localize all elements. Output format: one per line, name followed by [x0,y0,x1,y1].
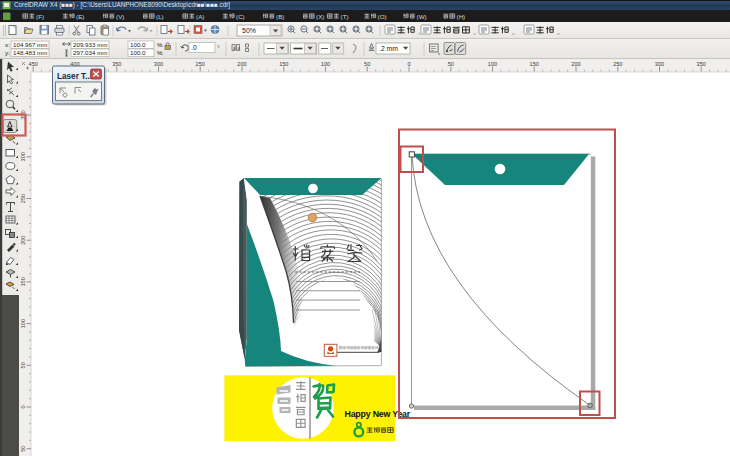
svg-text:148.483 mm: 148.483 mm [13,49,47,56]
svg-text:100: 100 [20,319,26,328]
svg-text:50: 50 [448,61,454,67]
svg-text:(T): (T) [341,13,349,20]
svg-text:CorelDRAW X4 (■■■) - [C:\Users: CorelDRAW X4 (■■■) - [C:\Users\LUANPHONE… [14,1,230,9]
svg-text:50: 50 [20,362,26,368]
svg-text:100: 100 [321,61,330,67]
svg-text:297.034 mm: 297.034 mm [73,49,107,56]
svg-text:y:: y: [5,49,10,56]
svg-text:(W): (W) [417,13,427,20]
svg-text:(C): (C) [236,13,245,20]
svg-text:350: 350 [112,61,121,67]
svg-text:250: 250 [196,61,205,67]
svg-text:(A): (A) [196,13,204,20]
svg-text:(F): (F) [36,13,44,20]
svg-text:100.0: 100.0 [130,41,146,48]
svg-text:%: % [157,49,163,56]
svg-text:0: 0 [20,405,26,408]
svg-text:50: 50 [364,61,370,67]
svg-text:.2 mm: .2 mm [379,45,398,52]
svg-text:Laser T...: Laser T... [57,72,92,81]
svg-text:250: 250 [20,194,26,203]
svg-text:x:: x: [5,41,10,48]
svg-text:(L): (L) [156,13,164,20]
svg-text:(E): (E) [76,13,84,20]
svg-text:350: 350 [697,61,706,67]
svg-text:200: 200 [20,236,26,245]
svg-text:(X): (X) [316,13,324,20]
svg-text:(B): (B) [276,13,284,20]
svg-text:300: 300 [655,61,664,67]
svg-text:300: 300 [154,61,163,67]
svg-text:100.0: 100.0 [130,49,146,56]
svg-text:104.967 mm: 104.967 mm [13,41,47,48]
svg-text:450: 450 [29,61,38,67]
svg-text:(O): (O) [378,13,387,20]
svg-text:(V): (V) [116,13,124,20]
svg-text:150: 150 [279,61,288,67]
svg-text:300: 300 [20,152,26,161]
svg-text:150: 150 [530,61,539,67]
svg-text:200: 200 [571,61,580,67]
svg-text:209.933 mm: 209.933 mm [73,41,107,48]
svg-text:0: 0 [407,61,410,67]
svg-text:50: 50 [20,446,26,452]
svg-text:200: 200 [237,61,246,67]
svg-text:°: ° [217,45,220,52]
svg-text:50%: 50% [242,27,256,34]
svg-text:.0: .0 [191,44,197,51]
svg-text:%: % [157,41,163,48]
svg-text:(H): (H) [457,13,466,20]
svg-text:150: 150 [20,277,26,286]
svg-text:250: 250 [613,61,622,67]
svg-text:100: 100 [488,61,497,67]
